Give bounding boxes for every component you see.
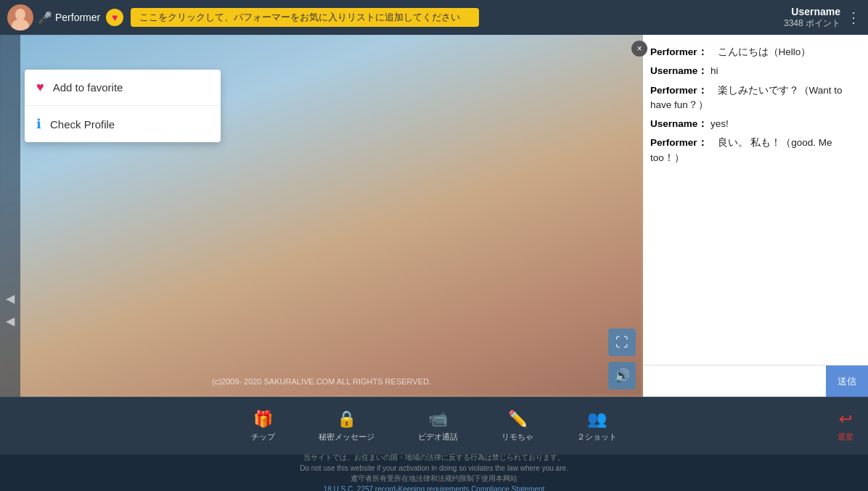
left-arrow-icon[interactable]: ◀ — [6, 292, 15, 305]
bottom-toolbar: 🎁チップ🔒秘密メッセージ📹ビデオ通話✏️リモちゃ👥２ショット ↩ 退室 — [0, 397, 868, 455]
add-to-favorite-button[interactable]: ♥ Add to favorite — [25, 70, 221, 106]
chat-message: Username： yes! — [650, 117, 861, 131]
heart-icon: ♥ — [112, 12, 118, 23]
info-menu-icon: ℹ — [36, 116, 41, 132]
chat-panel: × Performer： こんにちは（Hello）Username： hiPer… — [643, 35, 868, 397]
exit-label: 退室 — [838, 432, 853, 442]
footer-line3: 遵守者所有受所在地法律和法规约限制下使用本网站 — [351, 474, 517, 484]
favorite-tooltip: ここをクリックして、パフォーマーをお気に入りリストに追加してください — [131, 8, 479, 27]
svg-point-1 — [15, 9, 25, 20]
exit-button[interactable]: ↩ 退室 — [838, 410, 853, 442]
msg-sender: Performer： — [650, 85, 708, 96]
toolbar-item-remote-toy[interactable]: ✏️リモちゃ — [501, 410, 533, 442]
toolbar-item-secret-msg[interactable]: 🔒秘密メッセージ — [319, 410, 374, 442]
left-arrow-icon2[interactable]: ◀ — [6, 314, 15, 328]
mic-icon: 🎤 — [38, 11, 52, 25]
header-right: Username 3348 ポイント ⋮ — [784, 6, 861, 30]
toolbar-item-two-shot[interactable]: 👥２ショット — [577, 410, 617, 442]
msg-sender: Performer： — [650, 137, 708, 148]
video-call-icon: 📹 — [428, 410, 448, 429]
chat-message: Performer： 良い。 私も！（good. Me too！） — [650, 136, 861, 165]
favorite-heart-button[interactable]: ♥ — [106, 9, 123, 26]
chat-message: Username： hi — [650, 64, 861, 78]
header: 🎤 Performer ♥ ここをクリックして、パフォーマーをお気に入りリストに… — [0, 0, 868, 35]
chat-input-area: 送信 — [643, 365, 868, 397]
chip-icon: 🎁 — [253, 410, 273, 429]
msg-sender: Username： — [650, 65, 708, 76]
left-panel-strip: ◀ ◀ — [0, 35, 20, 397]
secret-msg-label: 秘密メッセージ — [319, 432, 374, 442]
video-area: ◀ ◀ ♥ Add to favorite ℹ Check Profile (c… — [0, 35, 643, 397]
two-shot-icon: 👥 — [587, 410, 607, 429]
msg-text: yes! — [708, 118, 729, 129]
chat-message: Performer： こんにちは（Hello） — [650, 45, 861, 59]
toolbar-item-video-call[interactable]: 📹ビデオ通話 — [418, 410, 458, 442]
performer-name-label: Performer — [55, 12, 100, 23]
fullscreen-button[interactable]: ⛶ — [608, 329, 636, 356]
sound-button[interactable]: 🔊 — [608, 362, 636, 389]
more-options-button[interactable]: ⋮ — [846, 9, 861, 26]
video-controls: ⛶ 🔊 — [608, 329, 636, 389]
add-to-favorite-label: Add to favorite — [53, 81, 123, 94]
main-area: ◀ ◀ ♥ Add to favorite ℹ Check Profile (c… — [0, 35, 868, 397]
secret-msg-icon: 🔒 — [337, 410, 356, 429]
exit-icon: ↩ — [839, 410, 852, 429]
dropdown-menu: ♥ Add to favorite ℹ Check Profile — [25, 70, 221, 142]
remote-toy-icon: ✏️ — [508, 410, 528, 429]
footer-compliance-link[interactable]: 18 U.S.C. 2257 record-Keeping requiremen… — [324, 485, 545, 491]
fullscreen-icon: ⛶ — [615, 335, 629, 350]
username-label: Username — [784, 6, 840, 17]
footer-line2: Do not use this website if your activati… — [300, 464, 568, 472]
video-call-label: ビデオ通話 — [418, 432, 458, 442]
chat-message: Performer： 楽しみたいです？（Want to have fun？） — [650, 83, 861, 113]
two-shot-label: ２ショット — [577, 432, 617, 442]
close-icon: × — [636, 44, 642, 54]
footer-line1: 当サイトでは、お住まいの国・地域の法律に反する行為は禁じられております。 — [303, 453, 565, 463]
toolbar-item-chip[interactable]: 🎁チップ — [251, 410, 275, 442]
chat-input[interactable] — [643, 366, 826, 397]
video-watermark: (c)2009- 2020 SAKURALIVE.COM ALL RIGHTS … — [212, 377, 431, 386]
msg-sender: Username： — [650, 118, 708, 129]
avatar — [7, 4, 33, 30]
username-block: Username 3348 ポイント — [784, 6, 840, 30]
send-label: 送信 — [838, 376, 856, 387]
points-label: 3348 ポイント — [784, 17, 840, 30]
send-button[interactable]: 送信 — [826, 366, 868, 397]
remote-toy-label: リモちゃ — [501, 432, 533, 442]
msg-sender: Performer： — [650, 46, 708, 57]
msg-text: こんにちは（Hello） — [708, 46, 811, 57]
chat-messages: Performer： こんにちは（Hello）Username： hiPerfo… — [643, 35, 868, 365]
msg-text: hi — [708, 65, 718, 76]
chip-label: チップ — [251, 432, 275, 442]
sound-icon: 🔊 — [614, 368, 630, 384]
check-profile-button[interactable]: ℹ Check Profile — [25, 106, 221, 142]
footer: 当サイトでは、お住まいの国・地域の法律に反する行為は禁じられております。 Do … — [0, 455, 868, 491]
check-profile-label: Check Profile — [50, 118, 115, 131]
heart-menu-icon: ♥ — [36, 80, 44, 95]
chat-close-button[interactable]: × — [631, 41, 647, 57]
